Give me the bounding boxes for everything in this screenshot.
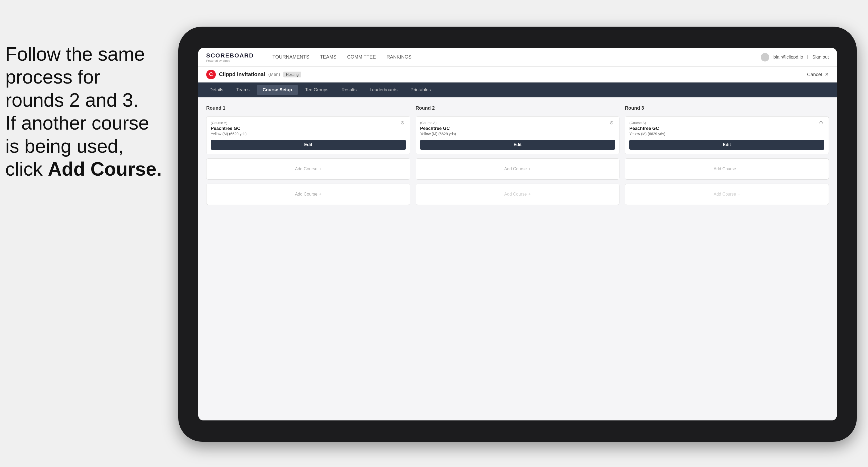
round-2-add-course-text-1: Add Course +: [504, 166, 531, 172]
round-3-delete-icon[interactable]: ⊙: [819, 120, 826, 126]
round-3-plus-icon-2: +: [738, 192, 740, 197]
round-2-add-course-2: Add Course +: [416, 184, 620, 205]
round-3-edit-button[interactable]: Edit: [629, 140, 824, 150]
round-1-plus-icon-1: +: [319, 166, 321, 172]
tablet-screen: SCOREBOARD Powered by clippd TOURNAMENTS…: [198, 48, 837, 421]
top-nav: SCOREBOARD Powered by clippd TOURNAMENTS…: [198, 48, 837, 66]
nav-separator: |: [807, 55, 808, 60]
tournament-name: Clippd Invitational: [219, 71, 265, 77]
sign-out-link[interactable]: Sign out: [812, 55, 829, 60]
round-2-course-card: ⊙ (Course A) Peachtree GC Yellow (M) (66…: [416, 116, 620, 154]
tab-tee-groups[interactable]: Tee Groups: [299, 85, 335, 95]
round-1-title: Round 1: [206, 105, 410, 111]
round-2-add-course-text-2: Add Course +: [504, 192, 531, 197]
tab-leaderboards[interactable]: Leaderboards: [364, 85, 403, 95]
round-3-add-course-1[interactable]: Add Course +: [625, 158, 829, 180]
round-3-column: Round 3 ⊙ (Course A) Peachtree GC Yellow…: [625, 105, 829, 205]
round-1-course-name: Peachtree GC: [211, 126, 406, 131]
round-2-add-course-1[interactable]: Add Course +: [416, 158, 620, 180]
instruction-text: Follow the same process for rounds 2 and…: [5, 42, 170, 180]
sub-header-left: C Clippd Invitational (Men) Hosting: [206, 70, 301, 79]
round-1-add-course-text-2: Add Course +: [295, 192, 321, 197]
round-1-course-details: Yellow (M) (6629 yds): [211, 132, 406, 136]
round-1-course-card: ⊙ (Course A) Peachtree GC Yellow (M) (66…: [206, 116, 410, 154]
user-email: blair@clippd.io: [773, 55, 803, 60]
tablet-frame: SCOREBOARD Powered by clippd TOURNAMENTS…: [178, 27, 857, 442]
nav-teams[interactable]: TEAMS: [320, 53, 337, 61]
round-2-course-label: (Course A): [420, 121, 615, 125]
logo-subtitle: Powered by clippd: [206, 59, 254, 62]
round-1-add-course-2[interactable]: Add Course +: [206, 184, 410, 205]
round-3-course-name: Peachtree GC: [629, 126, 824, 131]
nav-right: blair@clippd.io | Sign out: [761, 53, 829, 61]
round-2-course-details: Yellow (M) (6629 yds): [420, 132, 615, 136]
rounds-grid: Round 1 ⊙ (Course A) Peachtree GC Yellow…: [206, 105, 829, 205]
round-2-column: Round 2 ⊙ (Course A) Peachtree GC Yellow…: [416, 105, 620, 205]
round-3-add-course-2: Add Course +: [625, 184, 829, 205]
round-3-add-course-text-1: Add Course +: [714, 166, 740, 172]
cancel-icon: ✕: [825, 72, 829, 77]
tab-results[interactable]: Results: [336, 85, 363, 95]
round-3-plus-icon-1: +: [738, 166, 740, 172]
round-1-add-course-text-1: Add Course +: [295, 166, 321, 172]
round-3-title: Round 3: [625, 105, 829, 111]
round-2-title: Round 2: [416, 105, 620, 111]
round-3-course-card: ⊙ (Course A) Peachtree GC Yellow (M) (66…: [625, 116, 829, 154]
tab-bar: Details Teams Course Setup Tee Groups Re…: [198, 83, 837, 97]
tab-printables[interactable]: Printables: [405, 85, 437, 95]
round-1-plus-icon-2: +: [319, 192, 321, 197]
tab-course-setup[interactable]: Course Setup: [257, 85, 298, 95]
round-2-plus-icon-1: +: [528, 166, 531, 172]
nav-links: TOURNAMENTS TEAMS COMMITTEE RANKINGS: [273, 53, 748, 61]
nav-committee[interactable]: COMMITTEE: [347, 53, 376, 61]
round-2-edit-button[interactable]: Edit: [420, 140, 615, 150]
clippd-icon: C: [206, 70, 216, 79]
logo-title: SCOREBOARD: [206, 52, 254, 59]
nav-avatar: [761, 53, 769, 61]
round-3-add-course-text-2: Add Course +: [714, 192, 740, 197]
round-1-column: Round 1 ⊙ (Course A) Peachtree GC Yellow…: [206, 105, 410, 205]
round-2-course-name: Peachtree GC: [420, 126, 615, 131]
round-2-delete-icon[interactable]: ⊙: [610, 120, 616, 126]
sub-header: C Clippd Invitational (Men) Hosting Canc…: [198, 66, 837, 83]
round-2-plus-icon-2: +: [528, 192, 531, 197]
hosting-badge: Hosting: [283, 71, 301, 77]
round-3-course-label: (Course A): [629, 121, 824, 125]
round-1-course-label: (Course A): [211, 121, 406, 125]
cancel-button[interactable]: Cancel ✕: [807, 71, 829, 77]
logo-area: SCOREBOARD Powered by clippd: [206, 52, 254, 62]
round-1-add-course-1[interactable]: Add Course +: [206, 158, 410, 180]
main-content: Round 1 ⊙ (Course A) Peachtree GC Yellow…: [198, 97, 837, 421]
tournament-sub: (Men): [268, 72, 280, 77]
nav-tournaments[interactable]: TOURNAMENTS: [273, 53, 309, 61]
round-1-edit-button[interactable]: Edit: [211, 140, 406, 150]
tab-details[interactable]: Details: [204, 85, 229, 95]
round-1-delete-icon[interactable]: ⊙: [400, 120, 407, 126]
tab-teams[interactable]: Teams: [230, 85, 255, 95]
nav-rankings[interactable]: RANKINGS: [386, 53, 412, 61]
round-3-course-details: Yellow (M) (6629 yds): [629, 132, 824, 136]
